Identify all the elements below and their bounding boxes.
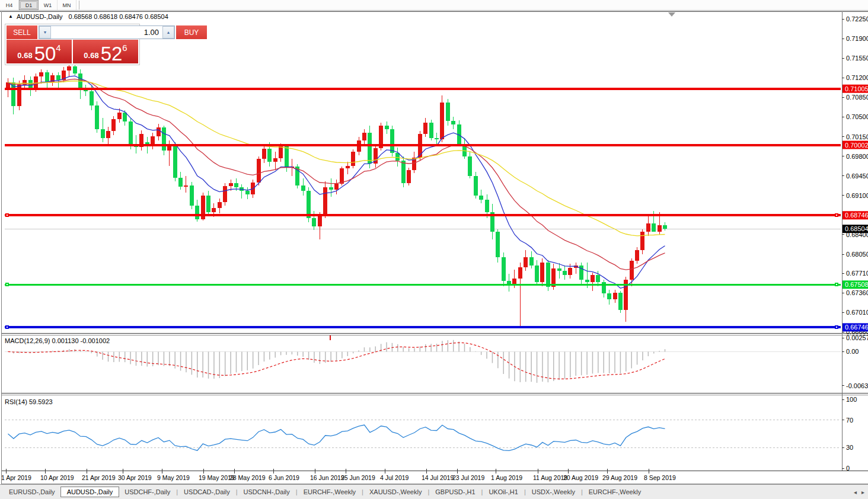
buy-price-big: 52 [101,46,123,62]
svg-text:30: 30 [846,444,853,451]
buy-button[interactable]: BUY [176,25,207,39]
svg-text:9 May 2019: 9 May 2019 [157,474,190,481]
svg-text:30 Apr 2019: 30 Apr 2019 [118,474,152,481]
chart-tab-bar: EURUSD-,DailyAUDUSD-,DailyUSDCHF-,Daily|… [0,484,868,499]
svg-text:0.00: 0.00 [846,348,859,355]
svg-text:0.67508: 0.67508 [845,281,868,288]
chart-tabs: EURUSD-,DailyAUDUSD-,DailyUSDCHF-,Daily|… [4,487,646,497]
svg-text:1 Aug 2019: 1 Aug 2019 [491,474,522,481]
volume-spinner: ▼ ▲ [39,25,175,39]
svg-text:29 Aug 2019: 29 Aug 2019 [602,474,637,481]
svg-text:14 Jul 2019: 14 Jul 2019 [422,474,454,481]
buy-price-button[interactable]: 0.68 52 6 [73,40,138,63]
chart-symbol-label: AUDUSD-,Daily [17,13,63,20]
tab-gbpusd-h1[interactable]: GBPUSD-,H1 [430,487,480,497]
svg-text:8 Sep 2019: 8 Sep 2019 [644,474,676,481]
tab-eurchf-weekly[interactable]: EURCHF-,Weekly [298,487,361,497]
sell-price-sup: 4 [56,43,60,53]
svg-text:0.69800: 0.69800 [846,153,868,160]
sell-price-prefix: 0.68 [17,51,32,60]
svg-text:20 Aug 2019: 20 Aug 2019 [563,474,598,481]
one-click-trade-panel: SELL ▼ ▲ BUY 0.68 50 4 0.68 52 6 [5,24,140,65]
tab-usdcnh-daily[interactable]: USDCNH-,Daily [238,487,295,497]
svg-text:0.67010: 0.67010 [846,309,868,316]
svg-text:0.70002: 0.70002 [845,142,868,149]
tab-xauusd-weekly[interactable]: XAUUSD-,Weekly [364,487,427,497]
svg-text:0.002574: 0.002574 [846,334,868,341]
svg-text:0.68050: 0.68050 [846,251,868,258]
chart-ohlc-values: 0.68568 0.68618 0.68476 0.68504 [69,13,168,20]
chart-shift-marker [668,12,675,17]
ma-mid [8,79,665,270]
timeframe-buttons: H4D1W1MN [0,0,76,10]
svg-text:28 May 2019: 28 May 2019 [229,474,266,481]
tab-usdchf-daily[interactable]: USDCHF-,Daily [119,487,175,497]
chart-shift-marker-icon [668,12,675,17]
toolbar-separator [79,1,79,9]
tab-scroll-left-icon[interactable]: ◂ [854,489,857,495]
svg-text:0.70850: 0.70850 [846,94,868,101]
svg-text:0.67710: 0.67710 [846,270,868,277]
svg-text:0: 0 [846,465,850,472]
svg-text:11 Aug 2019: 11 Aug 2019 [533,474,567,481]
chart-canvas[interactable]: 0.722500.719000.715500.712000.708500.705… [0,0,868,499]
svg-text:0.71200: 0.71200 [846,74,868,81]
current-price-label: 0.68504 [843,225,868,233]
volume-input[interactable] [51,26,162,39]
svg-text:0.68504: 0.68504 [845,225,868,232]
ma-slow [8,81,665,236]
svg-text:0.67360: 0.67360 [846,289,868,296]
tab-scroll-right-icon[interactable]: ▸ [861,489,864,495]
buy-price-sup: 6 [122,43,127,53]
chart-title: ▲ AUDUSD-,Daily 0.68568 0.68618 0.68476 … [8,13,168,20]
buy-price-prefix: 0.68 [84,51,98,60]
svg-text:0.70150: 0.70150 [846,133,868,140]
timeframe-toolbar: H4D1W1MN [0,0,868,11]
svg-text:1 Apr 2019: 1 Apr 2019 [1,474,31,481]
window-borders [0,11,868,485]
svg-text:70: 70 [846,417,853,424]
svg-text:0.66746: 0.66746 [845,324,868,331]
svg-text:0.69100: 0.69100 [846,192,868,199]
tab-usdx-weekly[interactable]: USDX-,Weekly [526,487,580,497]
collapse-arrow-icon[interactable]: ▲ [8,14,13,19]
terminal-window: 0.722500.719000.715500.712000.708500.705… [0,0,868,499]
svg-text:0.70500: 0.70500 [846,113,868,120]
svg-text:4 Jul 2019: 4 Jul 2019 [380,474,409,481]
sell-price-big: 50 [34,46,56,62]
tab-usdcad-daily[interactable]: USDCAD-,Daily [178,487,235,497]
svg-text:10 Apr 2019: 10 Apr 2019 [40,474,74,481]
svg-text:0.69450: 0.69450 [846,172,868,180]
svg-text:100: 100 [846,396,857,403]
svg-text:16 Jun 2019: 16 Jun 2019 [310,474,344,481]
svg-text:21 Apr 2019: 21 Apr 2019 [82,474,116,481]
svg-text:0.71550: 0.71550 [846,55,868,62]
svg-text:0.68746: 0.68746 [845,212,868,219]
tab-scroll-arrows: ◂ ▸ [854,489,864,495]
svg-text:23 Jul 2019: 23 Jul 2019 [452,474,484,481]
ma-mid-line [8,79,665,270]
svg-text:-0.006326: -0.006326 [846,382,868,389]
timeframe-button-d1[interactable]: D1 [19,0,39,10]
rsi-label: RSI(14) 59.5923 [5,398,53,405]
tab-audusd-daily[interactable]: AUDUSD-,Daily [60,487,120,497]
volume-increase-icon[interactable]: ▲ [162,26,174,39]
macd-panel: MACD(12,26,9) 0.001130 -0.0010020.002574… [5,334,868,389]
volume-decrease-icon[interactable]: ▼ [39,26,51,39]
rsi-panel: RSI(14) 59.592310070300 [5,396,857,472]
candles-layer [6,64,667,326]
timeframe-button-h4[interactable]: H4 [0,0,19,10]
svg-text:0.71005: 0.71005 [845,85,868,92]
sell-price-button[interactable]: 0.68 50 4 [7,40,72,63]
tab-ukoil-h1[interactable]: UKOil-,H1 [483,487,524,497]
macd-label: MACD(12,26,9) 0.001130 -0.001002 [5,337,110,344]
svg-text:25 Jun 2019: 25 Jun 2019 [341,474,375,481]
svg-text:0.71900: 0.71900 [846,35,868,42]
svg-text:6 Jun 2019: 6 Jun 2019 [269,474,299,481]
sell-button[interactable]: SELL [7,25,37,39]
tab-eurchf-weekly[interactable]: EURCHF-,Weekly [583,487,646,497]
timeframe-button-mn[interactable]: MN [58,0,76,10]
timeframe-button-w1[interactable]: W1 [39,0,58,10]
svg-text:0.72250: 0.72250 [846,15,868,23]
tab-eurusd-daily[interactable]: EURUSD-,Daily [4,487,60,497]
